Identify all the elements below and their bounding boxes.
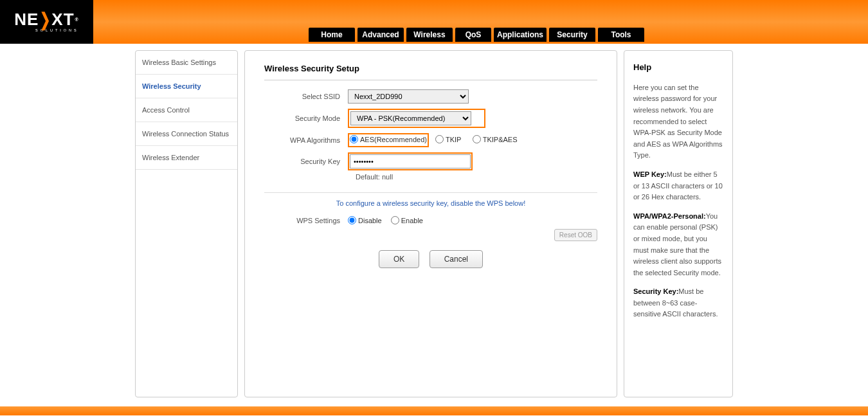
help-wep-label: WEP Key: <box>633 170 667 178</box>
label-security-mode: Security Mode <box>264 114 348 122</box>
main-nav: Home Advanced Wireless QoS Applications … <box>309 28 644 42</box>
sidebar-item-extender[interactable]: Wireless Extender <box>136 146 237 170</box>
logo-text-right: XT <box>51 12 74 27</box>
divider <box>264 192 597 193</box>
radio-aes-label: AES(Recommended) <box>360 136 427 143</box>
help-intro: Here you can set the wireless password f… <box>633 82 723 161</box>
label-select-ssid: Select SSID <box>264 93 348 100</box>
content-wrap: Wireless Basic Settings Wireless Securit… <box>0 44 868 404</box>
sidebar-item-access-control[interactable]: Access Control <box>136 98 237 122</box>
select-security-mode[interactable]: WPA - PSK(Recommended) <box>350 111 471 125</box>
radio-wps-disable[interactable] <box>348 216 356 224</box>
footer-bar <box>0 406 868 415</box>
nav-qos[interactable]: QoS <box>455 28 491 42</box>
sidebar-item-basic[interactable]: Wireless Basic Settings <box>136 51 237 75</box>
security-mode-highlight: WPA - PSK(Recommended) <box>348 109 485 128</box>
help-key-label: Security Key: <box>633 287 678 295</box>
aes-highlight: AES(Recommended) <box>348 133 429 147</box>
radio-tkipaes-label: TKIP&AES <box>483 136 518 143</box>
label-wpa-algorithms: WPA Algorithms <box>264 136 348 144</box>
config-note: To configure a wireless security key, di… <box>264 199 597 207</box>
radio-wps-disable-label: Disable <box>358 217 382 224</box>
label-security-key: Security Key <box>264 158 348 165</box>
main-panel: Wireless Security Setup Select SSID Nexx… <box>244 50 617 397</box>
radio-tkip[interactable] <box>435 135 444 143</box>
nav-wireless[interactable]: Wireless <box>406 28 453 42</box>
nav-advanced[interactable]: Advanced <box>357 28 404 42</box>
page-title: Wireless Security Setup <box>264 64 597 80</box>
select-ssid[interactable]: Nexxt_2DD990 <box>348 89 469 104</box>
help-wpa-text: You can enable personal (PSK) or mixed m… <box>633 212 721 277</box>
header-bar: NE ❯ XT ® SOLUTIONS Home Advanced Wirele… <box>0 0 868 44</box>
nav-applications[interactable]: Applications <box>494 28 547 42</box>
security-key-highlight <box>348 152 473 170</box>
radio-wps-enable[interactable] <box>391 216 399 224</box>
nav-tools[interactable]: Tools <box>598 28 644 42</box>
help-title: Help <box>633 61 723 75</box>
nav-security[interactable]: Security <box>549 28 595 42</box>
logo: NE ❯ XT ® SOLUTIONS <box>0 0 93 44</box>
sidebar-item-security[interactable]: Wireless Security <box>136 75 237 98</box>
cancel-button[interactable]: Cancel <box>429 250 483 268</box>
radio-tkip-label: TKIP <box>446 136 461 143</box>
sidebar: Wireless Basic Settings Wireless Securit… <box>135 50 238 397</box>
help-panel: Help Here you can set the wireless passw… <box>624 50 733 397</box>
sidebar-item-connection-status[interactable]: Wireless Connection Status <box>136 122 237 146</box>
radio-tkipaes[interactable] <box>473 135 481 143</box>
input-security-key[interactable] <box>350 154 471 168</box>
radio-aes[interactable] <box>350 135 358 143</box>
label-wps-settings: WPS Settings <box>264 217 348 224</box>
ok-button[interactable]: OK <box>379 250 419 268</box>
chevron-icon: ❯ <box>40 12 51 28</box>
radio-wps-enable-label: Enable <box>401 217 423 224</box>
nav-home[interactable]: Home <box>309 28 355 42</box>
logo-text-left: NE <box>14 12 39 27</box>
reset-oob-button[interactable]: Reset OOB <box>554 229 597 241</box>
help-wpa-label: WPA/WPA2-Personal: <box>633 212 706 220</box>
default-hint: Default: null <box>356 173 597 181</box>
